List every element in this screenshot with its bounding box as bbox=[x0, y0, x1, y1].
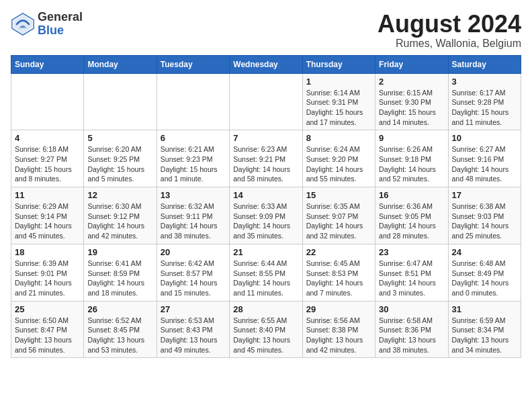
day-number: 19 bbox=[87, 247, 152, 257]
calendar-cell: 12Sunrise: 6:30 AM Sunset: 9:12 PM Dayli… bbox=[84, 187, 157, 244]
day-info: Sunrise: 6:55 AM Sunset: 8:40 PM Dayligh… bbox=[233, 316, 298, 355]
calendar-cell: 5Sunrise: 6:20 AM Sunset: 9:25 PM Daylig… bbox=[84, 130, 157, 187]
day-number: 16 bbox=[379, 190, 444, 200]
day-number: 11 bbox=[15, 190, 80, 200]
day-number: 31 bbox=[452, 304, 517, 314]
day-number: 15 bbox=[306, 190, 371, 200]
day-info: Sunrise: 6:59 AM Sunset: 8:34 PM Dayligh… bbox=[452, 316, 517, 355]
day-info: Sunrise: 6:58 AM Sunset: 8:36 PM Dayligh… bbox=[379, 316, 444, 355]
day-info: Sunrise: 6:47 AM Sunset: 8:51 PM Dayligh… bbox=[379, 259, 444, 298]
calendar-cell: 31Sunrise: 6:59 AM Sunset: 8:34 PM Dayli… bbox=[448, 301, 521, 358]
calendar-cell bbox=[230, 73, 302, 130]
calendar-cell: 27Sunrise: 6:53 AM Sunset: 8:43 PM Dayli… bbox=[157, 301, 229, 358]
calendar-cell: 29Sunrise: 6:56 AM Sunset: 8:38 PM Dayli… bbox=[302, 301, 375, 358]
calendar-cell: 8Sunrise: 6:24 AM Sunset: 9:20 PM Daylig… bbox=[302, 130, 375, 187]
calendar-cell: 24Sunrise: 6:48 AM Sunset: 8:49 PM Dayli… bbox=[448, 244, 521, 301]
weekday-header-friday: Friday bbox=[375, 55, 448, 73]
day-number: 26 bbox=[87, 304, 152, 314]
calendar-cell: 13Sunrise: 6:32 AM Sunset: 9:11 PM Dayli… bbox=[157, 187, 229, 244]
day-number: 17 bbox=[452, 190, 517, 200]
calendar-cell: 4Sunrise: 6:18 AM Sunset: 9:27 PM Daylig… bbox=[11, 130, 84, 187]
day-number: 3 bbox=[452, 77, 517, 87]
day-info: Sunrise: 6:42 AM Sunset: 8:57 PM Dayligh… bbox=[161, 259, 226, 298]
day-number: 28 bbox=[233, 304, 298, 314]
day-number: 23 bbox=[379, 247, 444, 257]
calendar-cell: 9Sunrise: 6:26 AM Sunset: 9:18 PM Daylig… bbox=[375, 130, 448, 187]
day-info: Sunrise: 6:39 AM Sunset: 9:01 PM Dayligh… bbox=[15, 259, 80, 298]
day-info: Sunrise: 6:44 AM Sunset: 8:55 PM Dayligh… bbox=[233, 259, 298, 298]
calendar-week-row: 18Sunrise: 6:39 AM Sunset: 9:01 PM Dayli… bbox=[11, 244, 521, 301]
calendar-cell: 30Sunrise: 6:58 AM Sunset: 8:36 PM Dayli… bbox=[375, 301, 448, 358]
day-info: Sunrise: 6:29 AM Sunset: 9:14 PM Dayligh… bbox=[15, 201, 80, 241]
day-number: 13 bbox=[161, 190, 226, 200]
page-header: General Blue August 2024 Rumes, Wallonia… bbox=[11, 11, 521, 50]
calendar-cell: 26Sunrise: 6:52 AM Sunset: 8:45 PM Dayli… bbox=[84, 301, 157, 358]
calendar-cell: 19Sunrise: 6:41 AM Sunset: 8:59 PM Dayli… bbox=[84, 244, 157, 301]
day-number: 14 bbox=[233, 190, 298, 200]
month-year-title: August 2024 bbox=[378, 11, 521, 38]
day-number: 12 bbox=[87, 190, 152, 200]
day-info: Sunrise: 6:26 AM Sunset: 9:18 PM Dayligh… bbox=[379, 144, 444, 184]
day-number: 2 bbox=[379, 77, 444, 87]
calendar-week-row: 1Sunrise: 6:14 AM Sunset: 9:31 PM Daylig… bbox=[11, 73, 521, 130]
calendar-cell: 1Sunrise: 6:14 AM Sunset: 9:31 PM Daylig… bbox=[302, 73, 375, 130]
calendar-cell: 18Sunrise: 6:39 AM Sunset: 9:01 PM Dayli… bbox=[11, 244, 84, 301]
day-info: Sunrise: 6:50 AM Sunset: 8:47 PM Dayligh… bbox=[15, 316, 80, 355]
calendar-table: SundayMondayTuesdayWednesdayThursdayFrid… bbox=[11, 55, 521, 359]
weekday-header-row: SundayMondayTuesdayWednesdayThursdayFrid… bbox=[11, 55, 521, 73]
day-info: Sunrise: 6:52 AM Sunset: 8:45 PM Dayligh… bbox=[87, 316, 152, 355]
calendar-cell: 14Sunrise: 6:33 AM Sunset: 9:09 PM Dayli… bbox=[230, 187, 302, 244]
weekday-header-wednesday: Wednesday bbox=[230, 55, 302, 73]
day-info: Sunrise: 6:41 AM Sunset: 8:59 PM Dayligh… bbox=[87, 259, 152, 298]
calendar-cell: 23Sunrise: 6:47 AM Sunset: 8:51 PM Dayli… bbox=[375, 244, 448, 301]
day-info: Sunrise: 6:32 AM Sunset: 9:11 PM Dayligh… bbox=[161, 201, 226, 241]
calendar-cell bbox=[84, 73, 157, 130]
calendar-week-row: 4Sunrise: 6:18 AM Sunset: 9:27 PM Daylig… bbox=[11, 130, 521, 187]
calendar-cell: 17Sunrise: 6:38 AM Sunset: 9:03 PM Dayli… bbox=[448, 187, 521, 244]
day-number: 4 bbox=[15, 133, 80, 143]
calendar-cell: 21Sunrise: 6:44 AM Sunset: 8:55 PM Dayli… bbox=[230, 244, 302, 301]
day-info: Sunrise: 6:23 AM Sunset: 9:21 PM Dayligh… bbox=[233, 144, 298, 184]
calendar-cell: 15Sunrise: 6:35 AM Sunset: 9:07 PM Dayli… bbox=[302, 187, 375, 244]
calendar-cell bbox=[157, 73, 229, 130]
day-info: Sunrise: 6:15 AM Sunset: 9:30 PM Dayligh… bbox=[379, 88, 444, 128]
weekday-header-saturday: Saturday bbox=[448, 55, 521, 73]
title-area: August 2024 Rumes, Wallonia, Belgium bbox=[378, 11, 521, 50]
day-number: 24 bbox=[452, 247, 517, 257]
day-info: Sunrise: 6:30 AM Sunset: 9:12 PM Dayligh… bbox=[87, 201, 152, 241]
day-info: Sunrise: 6:18 AM Sunset: 9:27 PM Dayligh… bbox=[15, 144, 80, 184]
day-info: Sunrise: 6:38 AM Sunset: 9:03 PM Dayligh… bbox=[452, 201, 517, 241]
calendar-cell: 28Sunrise: 6:55 AM Sunset: 8:40 PM Dayli… bbox=[230, 301, 302, 358]
weekday-header-sunday: Sunday bbox=[11, 55, 84, 73]
calendar-cell: 3Sunrise: 6:17 AM Sunset: 9:28 PM Daylig… bbox=[448, 73, 521, 130]
calendar-cell: 10Sunrise: 6:27 AM Sunset: 9:16 PM Dayli… bbox=[448, 130, 521, 187]
day-info: Sunrise: 6:20 AM Sunset: 9:25 PM Dayligh… bbox=[87, 144, 152, 184]
day-info: Sunrise: 6:14 AM Sunset: 9:31 PM Dayligh… bbox=[306, 88, 371, 128]
weekday-header-monday: Monday bbox=[84, 55, 157, 73]
day-info: Sunrise: 6:35 AM Sunset: 9:07 PM Dayligh… bbox=[306, 201, 371, 241]
day-info: Sunrise: 6:36 AM Sunset: 9:05 PM Dayligh… bbox=[379, 201, 444, 241]
calendar-week-row: 11Sunrise: 6:29 AM Sunset: 9:14 PM Dayli… bbox=[11, 187, 521, 244]
calendar-week-row: 25Sunrise: 6:50 AM Sunset: 8:47 PM Dayli… bbox=[11, 301, 521, 358]
day-number: 10 bbox=[452, 133, 517, 143]
day-info: Sunrise: 6:33 AM Sunset: 9:09 PM Dayligh… bbox=[233, 201, 298, 241]
calendar-cell: 22Sunrise: 6:45 AM Sunset: 8:53 PM Dayli… bbox=[302, 244, 375, 301]
day-info: Sunrise: 6:21 AM Sunset: 9:23 PM Dayligh… bbox=[161, 144, 226, 184]
day-info: Sunrise: 6:53 AM Sunset: 8:43 PM Dayligh… bbox=[161, 316, 226, 355]
calendar-cell: 20Sunrise: 6:42 AM Sunset: 8:57 PM Dayli… bbox=[157, 244, 229, 301]
calendar-cell: 7Sunrise: 6:23 AM Sunset: 9:21 PM Daylig… bbox=[230, 130, 302, 187]
day-number: 22 bbox=[306, 247, 371, 257]
day-number: 29 bbox=[306, 304, 371, 314]
logo: General Blue bbox=[11, 11, 83, 38]
day-info: Sunrise: 6:56 AM Sunset: 8:38 PM Dayligh… bbox=[306, 316, 371, 355]
logo-text-general: General bbox=[38, 11, 83, 24]
day-number: 20 bbox=[161, 247, 226, 257]
day-info: Sunrise: 6:45 AM Sunset: 8:53 PM Dayligh… bbox=[306, 259, 371, 298]
day-info: Sunrise: 6:27 AM Sunset: 9:16 PM Dayligh… bbox=[452, 144, 517, 184]
day-number: 30 bbox=[379, 304, 444, 314]
day-number: 21 bbox=[233, 247, 298, 257]
calendar-cell bbox=[11, 73, 84, 130]
day-number: 6 bbox=[161, 133, 226, 143]
calendar-cell: 2Sunrise: 6:15 AM Sunset: 9:30 PM Daylig… bbox=[375, 73, 448, 130]
day-number: 27 bbox=[161, 304, 226, 314]
